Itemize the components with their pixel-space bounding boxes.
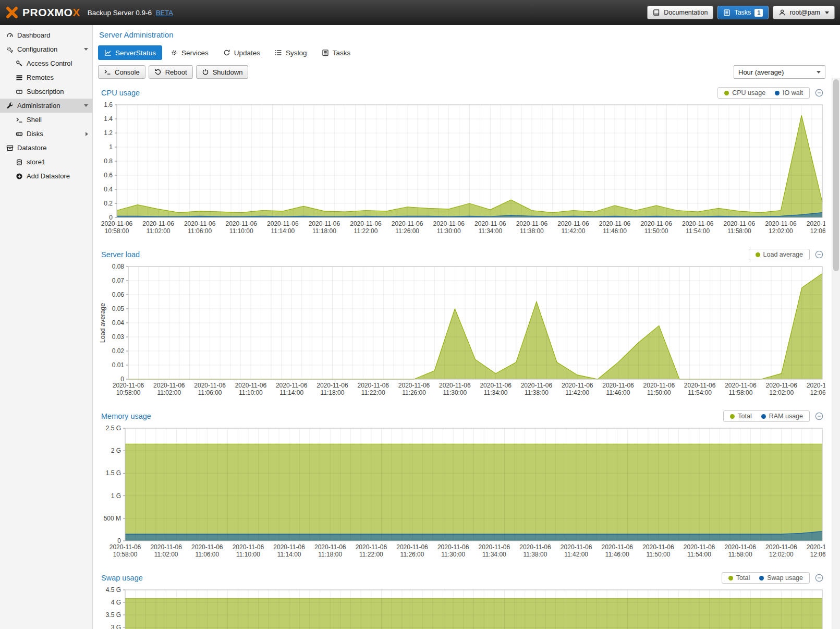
svg-text:11:30:00: 11:30:00 xyxy=(443,389,467,396)
svg-text:2020-11-06: 2020-11-06 xyxy=(113,382,144,389)
sidebar-item-store1[interactable]: store1 xyxy=(0,155,92,169)
console-button[interactable]: Console xyxy=(98,65,145,79)
collapse-panel-icon[interactable] xyxy=(815,89,823,97)
time-range-select[interactable]: Hour (average) xyxy=(734,65,825,79)
svg-text:11:06:00: 11:06:00 xyxy=(195,551,219,558)
svg-text:2020-11-06: 2020-11-06 xyxy=(474,220,506,227)
swap-usage-chart: 0500 M1 G1.5 G2 G2.5 G3 G3.5 G4 G4.5 G20… xyxy=(98,586,825,629)
svg-text:11:22:00: 11:22:00 xyxy=(361,389,385,396)
refresh-icon xyxy=(223,49,230,56)
page-title: Server Administration xyxy=(99,30,825,39)
sidebar-item-administration[interactable]: Administration xyxy=(0,99,92,113)
svg-text:2020-11-06: 2020-11-06 xyxy=(640,220,672,227)
sidebar-item-remotes[interactable]: Remotes xyxy=(0,70,92,84)
hdd-icon xyxy=(16,130,23,138)
sidebar-item-dashboard[interactable]: Dashboard xyxy=(0,28,92,42)
legend-dot xyxy=(775,91,780,95)
svg-text:2020-11-06: 2020-11-06 xyxy=(273,543,305,551)
sidebar-item-access-control[interactable]: Access Control xyxy=(0,56,92,70)
svg-text:2020-11-06: 2020-11-06 xyxy=(153,382,185,389)
gears-icon xyxy=(6,46,14,53)
svg-text:2020-11-06: 2020-11-06 xyxy=(309,220,340,227)
svg-text:2020-11-06: 2020-11-06 xyxy=(682,220,714,227)
tasks-icon xyxy=(723,9,731,16)
beta-link[interactable]: BETA xyxy=(156,9,173,17)
server-load-chart: 00.010.020.030.040.050.060.070.082020-11… xyxy=(98,262,825,399)
user-menu-button[interactable]: root@pam xyxy=(773,6,835,19)
svg-text:11:14:00: 11:14:00 xyxy=(271,227,295,235)
proxmox-x-icon xyxy=(5,6,19,19)
panel-header: CPU usage CPU usage IO wait xyxy=(98,85,825,101)
legend-dot xyxy=(728,576,733,580)
svg-text:2020-11-06: 2020-11-06 xyxy=(765,220,797,227)
legend-item[interactable]: Swap usage xyxy=(759,574,803,582)
tab-syslog[interactable]: Syslog xyxy=(269,45,313,60)
tab-services[interactable]: Services xyxy=(164,45,215,60)
collapse-panel-icon[interactable] xyxy=(815,412,823,420)
svg-text:2020-11-06: 2020-11-06 xyxy=(480,382,512,389)
svg-text:2020-11-06: 2020-11-06 xyxy=(350,220,382,227)
vertical-scrollbar[interactable] xyxy=(832,78,840,629)
sidebar-item-configuration[interactable]: Configuration xyxy=(0,42,92,56)
legend-item[interactable]: IO wait xyxy=(775,89,803,96)
svg-text:11:46:00: 11:46:00 xyxy=(603,227,627,235)
svg-text:11:22:00: 11:22:00 xyxy=(354,227,378,235)
svg-text:11:18:00: 11:18:00 xyxy=(318,551,342,558)
svg-text:2020-11-06: 2020-11-06 xyxy=(684,382,716,389)
tab-tasks[interactable]: Tasks xyxy=(315,45,357,60)
archive-box-icon xyxy=(6,144,14,152)
svg-text:2020-11-06: 2020-11-06 xyxy=(602,382,634,389)
svg-text:Load average: Load average xyxy=(99,303,106,343)
svg-text:11:02:00: 11:02:00 xyxy=(154,551,178,558)
svg-text:11:22:00: 11:22:00 xyxy=(359,551,383,558)
chart-legend: CPU usage IO wait xyxy=(717,87,810,99)
svg-text:2.5 G: 2.5 G xyxy=(106,425,121,432)
svg-text:11:18:00: 11:18:00 xyxy=(321,389,345,396)
legend-item[interactable]: Total xyxy=(730,413,751,420)
scrollbar-thumb[interactable] xyxy=(833,79,839,271)
tasks-button[interactable]: Tasks 1 xyxy=(717,6,769,19)
collapse-panel-icon[interactable] xyxy=(815,250,823,259)
book-icon xyxy=(653,9,660,16)
shutdown-button[interactable]: Shutdown xyxy=(196,65,249,79)
svg-text:11:26:00: 11:26:00 xyxy=(395,227,419,235)
sidebar-item-subscription[interactable]: Subscription xyxy=(0,84,92,99)
tab-serverstatus[interactable]: ServerStatus xyxy=(98,45,162,60)
legend-dot xyxy=(759,576,764,580)
key-icon xyxy=(16,60,23,67)
sidebar-item-add-datastore[interactable]: Add Datastore xyxy=(0,169,92,183)
legend-dot xyxy=(761,414,766,419)
svg-text:1.4: 1.4 xyxy=(104,115,113,123)
svg-text:2020-11-06: 2020-11-06 xyxy=(724,220,756,227)
sidebar-item-disks[interactable]: Disks xyxy=(0,127,92,141)
reboot-button[interactable]: Reboot xyxy=(149,65,193,79)
chart-legend: Total RAM usage xyxy=(723,410,810,422)
legend-item[interactable]: RAM usage xyxy=(761,413,803,420)
legend-item[interactable]: Load average xyxy=(756,251,803,258)
svg-text:11:10:00: 11:10:00 xyxy=(239,389,263,396)
tab-updates[interactable]: Updates xyxy=(217,45,266,60)
svg-text:2020-11-06: 2020-11-06 xyxy=(765,543,797,551)
collapse-panel-icon[interactable] xyxy=(815,574,823,582)
chevron-down-icon xyxy=(84,48,88,51)
svg-text:2020-11-06: 2020-11-06 xyxy=(356,543,387,551)
svg-text:0.4: 0.4 xyxy=(104,186,113,193)
sidebar-item-datastore[interactable]: Datastore xyxy=(0,141,92,155)
legend-item[interactable]: Total xyxy=(728,574,750,582)
svg-text:2020-11-06: 2020-11-06 xyxy=(807,220,825,227)
legend-item[interactable]: CPU usage xyxy=(724,89,765,96)
svg-text:2020-11-06: 2020-11-06 xyxy=(724,543,756,551)
legend-dot xyxy=(724,91,729,95)
svg-text:11:26:00: 11:26:00 xyxy=(402,389,426,396)
svg-text:2020-11-06: 2020-11-06 xyxy=(807,543,825,551)
svg-text:2020-11-06: 2020-11-06 xyxy=(398,382,430,389)
panel-title: Server load xyxy=(98,250,140,259)
svg-text:11:34:00: 11:34:00 xyxy=(484,389,508,396)
svg-text:12:02:00: 12:02:00 xyxy=(769,551,794,558)
documentation-button[interactable]: Documentation xyxy=(647,6,713,19)
panel-title: Swap usage xyxy=(98,574,143,582)
sidebar-item-shell[interactable]: Shell xyxy=(0,113,92,127)
svg-text:2020-11-06: 2020-11-06 xyxy=(226,220,258,227)
chart-legend: Total Swap usage xyxy=(722,572,810,584)
svg-text:11:02:00: 11:02:00 xyxy=(147,227,171,235)
